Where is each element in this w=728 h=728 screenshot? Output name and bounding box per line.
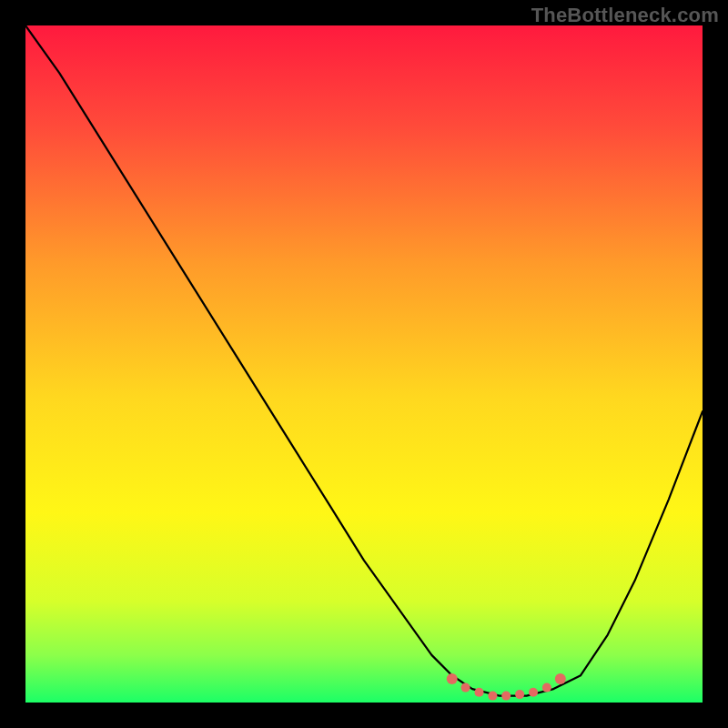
highlight-dot <box>529 688 538 697</box>
plot-background <box>25 25 703 703</box>
chart-frame: TheBottleneck.com <box>0 0 728 728</box>
bottleneck-plot <box>25 25 703 703</box>
highlight-dot <box>461 683 470 693</box>
highlight-dot <box>501 692 511 701</box>
highlight-dot <box>447 673 458 684</box>
highlight-dot <box>475 688 484 697</box>
highlight-dot <box>542 683 551 693</box>
highlight-dot <box>515 690 524 699</box>
highlight-dot <box>488 692 497 701</box>
watermark-text: TheBottleneck.com <box>531 4 719 27</box>
highlight-dot <box>555 673 566 684</box>
